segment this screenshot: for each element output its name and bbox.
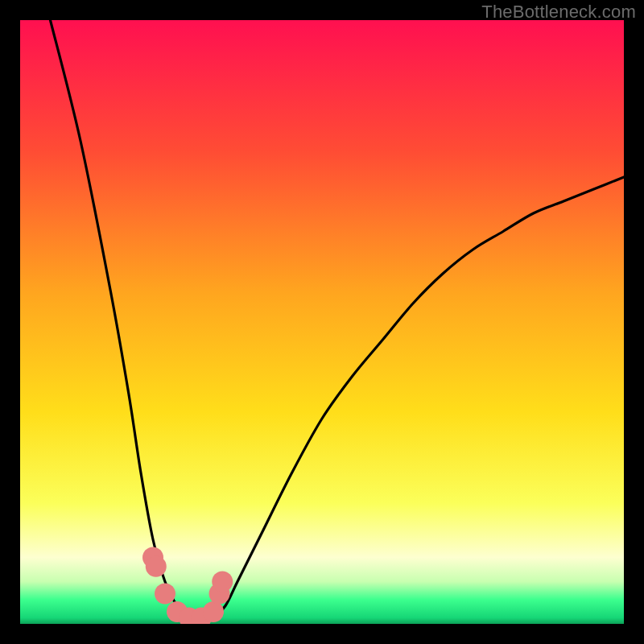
chart-frame	[20, 20, 624, 624]
marker-point	[146, 556, 167, 577]
gradient-background	[20, 20, 624, 624]
marker-point	[155, 584, 175, 605]
marker-point	[212, 572, 233, 592]
marker-point	[203, 601, 224, 622]
bottleneck-chart	[20, 20, 624, 624]
